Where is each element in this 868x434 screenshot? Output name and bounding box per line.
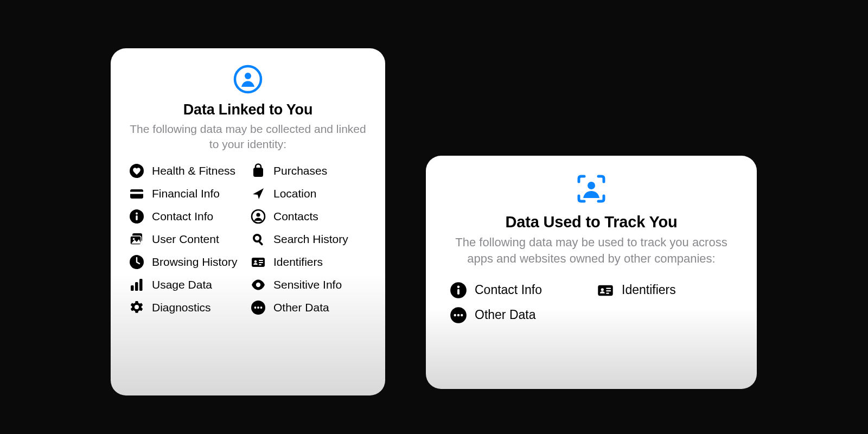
data-type-label: Financial Info — [152, 186, 220, 201]
privacy-card-track: Data Used to Track You The following dat… — [426, 156, 757, 389]
data-type-label: Browsing History — [152, 254, 238, 269]
id-card-icon — [251, 254, 266, 270]
data-type-item: Financial Info — [129, 186, 245, 201]
ellipsis-circle-icon — [450, 307, 467, 324]
data-type-label: Contact Info — [475, 282, 542, 298]
svg-point-31 — [245, 73, 251, 79]
card-title: Data Linked to You — [127, 101, 369, 118]
data-type-label: Contact Info — [152, 209, 213, 224]
data-type-item: Contacts — [251, 209, 367, 224]
data-type-item: Browsing History — [129, 254, 245, 270]
credit-card-icon — [129, 186, 144, 201]
data-types-grid: Contact InfoOther Data Identifiers — [442, 277, 741, 324]
privacy-card-linked: Data Linked to You The following data ma… — [111, 48, 385, 395]
card-title: Data Used to Track You — [442, 213, 741, 231]
data-type-item: Identifiers — [597, 282, 733, 299]
data-type-item: Other Data — [251, 300, 367, 315]
data-type-item: Diagnostics — [129, 300, 245, 315]
data-type-item: Contact Info — [450, 282, 586, 299]
data-type-label: Diagnostics — [152, 300, 211, 315]
eye-icon — [251, 277, 266, 292]
data-type-label: Contacts — [273, 209, 318, 224]
data-type-item: User Content — [129, 232, 245, 247]
data-type-label: User Content — [152, 232, 219, 246]
data-type-label: Usage Data — [152, 277, 212, 292]
data-type-label: Identifiers — [622, 282, 676, 298]
data-type-label: Sensitive Info — [273, 277, 342, 292]
data-type-item: Usage Data — [129, 277, 245, 292]
magnifier-icon — [251, 232, 266, 247]
data-type-item: Other Data — [450, 307, 586, 324]
data-types-grid: Health & FitnessFinancial InfoContact In… — [127, 163, 369, 315]
bar-chart-icon — [129, 277, 144, 292]
person-viewfinder-icon — [575, 172, 608, 206]
info-circle-icon — [129, 209, 144, 224]
data-type-item: Identifiers — [251, 254, 367, 270]
data-type-label: Other Data — [273, 300, 329, 315]
data-type-item: Sensitive Info — [251, 277, 367, 292]
clock-icon — [129, 254, 144, 270]
data-type-label: Identifiers — [273, 254, 323, 269]
heart-circle-icon — [129, 163, 144, 178]
location-arrow-icon — [251, 186, 266, 201]
data-type-label: Other Data — [475, 307, 536, 323]
data-type-item: Contact Info — [129, 209, 245, 224]
person-circle-accent-icon — [233, 65, 263, 94]
photo-stack-icon — [129, 232, 144, 247]
id-card-icon — [597, 282, 614, 299]
data-type-item: Search History — [251, 232, 367, 247]
card-header: Data Used to Track You The following dat… — [442, 172, 741, 266]
ellipsis-circle-icon — [251, 300, 266, 315]
data-type-item: Location — [251, 186, 367, 201]
data-type-label: Search History — [273, 232, 348, 246]
data-type-label: Health & Fitness — [152, 163, 235, 178]
bag-icon — [251, 163, 266, 178]
card-header: Data Linked to You The following data ma… — [127, 65, 369, 152]
info-circle-icon — [450, 282, 467, 299]
data-type-item: Health & Fitness — [129, 163, 245, 178]
data-type-label: Location — [273, 186, 316, 201]
card-subtitle: The following data may be used to track … — [442, 234, 741, 266]
data-type-item: Purchases — [251, 163, 367, 178]
card-subtitle: The following data may be collected and … — [127, 122, 369, 152]
person-circle-icon — [251, 209, 266, 224]
data-type-label: Purchases — [273, 163, 327, 178]
svg-point-32 — [588, 182, 595, 189]
gear-icon — [129, 300, 144, 315]
